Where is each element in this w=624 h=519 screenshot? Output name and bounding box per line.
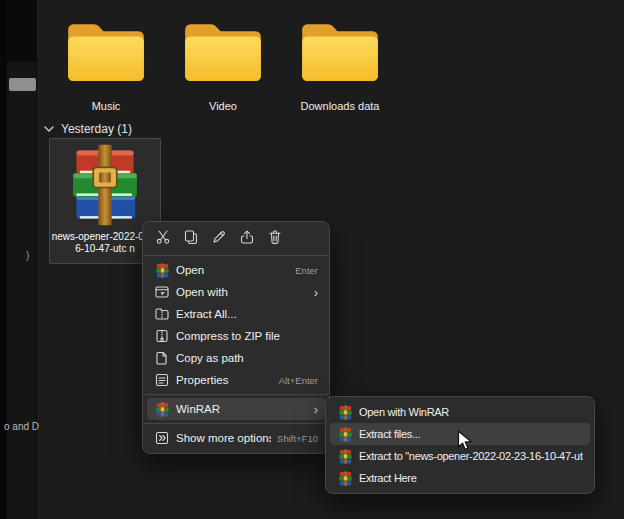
- menu-item-copy-as-path[interactable]: Copy as path: [147, 347, 325, 369]
- folder-icon: [284, 14, 396, 88]
- context-menu-items: OpenEnterOpen with›Extract All...Compres…: [143, 259, 329, 449]
- nav-text-fragment: o and D: [4, 421, 39, 432]
- folder-tile-downloads-data[interactable]: Downloads data: [284, 14, 396, 112]
- menu-separator: [144, 394, 328, 395]
- menu-item-extract-to-news-opener-2022-02-23-16-10-[interactable]: Extract to "news-opener-2022-02-23-16-10…: [330, 445, 590, 467]
- winrar-icon: [337, 404, 353, 420]
- navigation-pane-edge: ) o and D: [0, 0, 37, 519]
- menu-item-label: WinRAR: [176, 403, 308, 415]
- menu-item-extract-files[interactable]: Extract files...: [330, 423, 590, 445]
- file-explorer-window: ) o and D MusicVideoDownloads data Yeste…: [0, 0, 624, 519]
- chevron-down-icon[interactable]: [44, 126, 54, 132]
- submenu-items: Open with WinRARExtract files...Extract …: [326, 401, 594, 489]
- folder-label: Music: [50, 100, 162, 112]
- menu-item-label: Show more options: [176, 432, 271, 444]
- menu-item-label: Extract All...: [176, 308, 318, 320]
- winrar-icon: [154, 401, 170, 417]
- cut-icon: [155, 229, 171, 249]
- cut-button[interactable]: [151, 227, 175, 251]
- menu-item-label: Extract Here: [359, 472, 583, 484]
- window-edge: [0, 0, 7, 519]
- menu-item-label: Open: [176, 264, 289, 276]
- copy-button[interactable]: [179, 227, 203, 251]
- menu-item-label: Properties: [176, 374, 273, 386]
- rename-button[interactable]: [207, 227, 231, 251]
- submenu-chevron-icon: ›: [314, 286, 318, 299]
- folder-label: Downloads data: [284, 100, 396, 112]
- menu-item-extract-here[interactable]: Extract Here: [330, 467, 590, 489]
- shortcut-label: Shift+F10: [277, 433, 318, 444]
- folder-icon: [50, 14, 162, 88]
- extract-icon: [154, 306, 170, 322]
- menu-item-properties[interactable]: PropertiesAlt+Enter: [147, 369, 325, 391]
- menu-separator: [144, 255, 328, 256]
- menu-item-label: Extract files...: [359, 428, 583, 440]
- winrar-submenu: Open with WinRARExtract files...Extract …: [325, 396, 595, 494]
- group-label: Yesterday (1): [61, 122, 132, 136]
- menu-item-show-more-options[interactable]: Show more optionsShift+F10: [147, 427, 325, 449]
- menu-item-label: Compress to ZIP file: [176, 330, 318, 342]
- share-button[interactable]: [235, 227, 259, 251]
- folder-tile-music[interactable]: Music: [50, 14, 162, 112]
- context-menu: OpenEnterOpen with›Extract All...Compres…: [142, 221, 330, 454]
- menu-separator: [144, 423, 328, 424]
- winrar-icon: [337, 448, 353, 464]
- menu-item-label: Extract to "news-opener-2022-02-23-16-10…: [359, 450, 583, 462]
- open-with-icon: [154, 284, 170, 300]
- winrar-icon: [154, 262, 170, 278]
- shortcut-label: Enter: [295, 265, 318, 276]
- shortcut-label: Alt+Enter: [279, 375, 318, 386]
- delete-icon: [267, 229, 283, 249]
- group-header: Yesterday (1): [44, 122, 132, 136]
- more-icon: [154, 430, 170, 446]
- menu-item-compress-to-zip-file[interactable]: Compress to ZIP file: [147, 325, 325, 347]
- folder-label: Video: [167, 100, 279, 112]
- menu-item-open[interactable]: OpenEnter: [147, 259, 325, 281]
- properties-icon: [154, 372, 170, 388]
- nav-item-fragment[interactable]: [9, 78, 36, 91]
- share-icon: [239, 229, 255, 249]
- winrar-icon: [337, 426, 353, 442]
- winrar-icon: [337, 470, 353, 486]
- zip-icon: [154, 328, 170, 344]
- nav-text-fragment: ): [26, 250, 29, 261]
- menu-item-label: Open with: [176, 286, 308, 298]
- submenu-chevron-icon: ›: [314, 403, 318, 416]
- delete-button[interactable]: [263, 227, 287, 251]
- quick-actions-row: [143, 226, 329, 252]
- menu-item-winrar[interactable]: WinRAR›: [147, 398, 325, 420]
- menu-item-label: Open with WinRAR: [359, 406, 583, 418]
- rename-icon: [211, 229, 227, 249]
- copy-icon: [183, 229, 199, 249]
- folder-tile-video[interactable]: Video: [167, 14, 279, 112]
- winrar-archive-icon: [63, 141, 147, 229]
- copy-path-icon: [154, 350, 170, 366]
- menu-item-extract-all[interactable]: Extract All...: [147, 303, 325, 325]
- folder-icon: [167, 14, 279, 88]
- menu-item-open-with[interactable]: Open with›: [147, 281, 325, 303]
- menu-item-label: Copy as path: [176, 352, 318, 364]
- menu-item-open-with-winrar[interactable]: Open with WinRAR: [330, 401, 590, 423]
